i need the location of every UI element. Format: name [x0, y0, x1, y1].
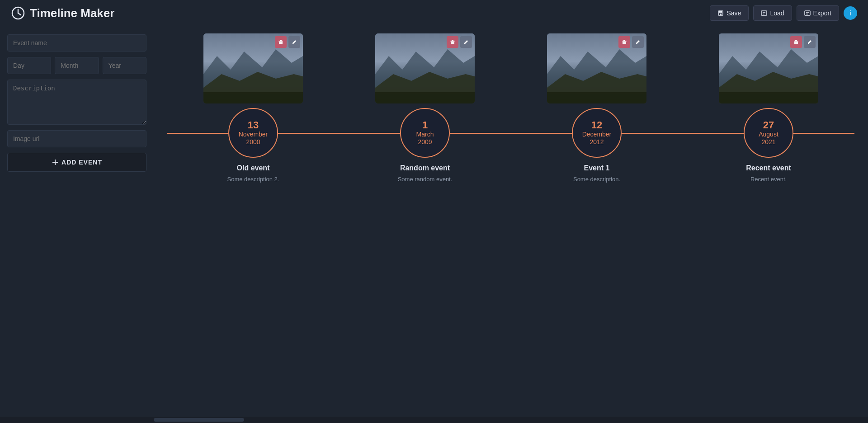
circle-year: 2012 [590, 138, 604, 146]
timeline-circle: 27 August 2021 [744, 108, 793, 158]
circle-month: August [759, 131, 778, 138]
svg-rect-38 [719, 92, 818, 103]
event-column: 13 November 2000 Old eventSome descripti… [167, 33, 339, 183]
delete-image-button[interactable] [790, 36, 802, 48]
event-form: ADD EVENT [0, 27, 154, 179]
event-description: Some random event. [398, 176, 453, 183]
load-button[interactable]: Load [753, 5, 792, 21]
app-title: Timeline Maker [11, 6, 710, 20]
save-button[interactable]: Save [710, 5, 749, 21]
svg-rect-5 [720, 14, 722, 15]
event-title: Old event [237, 164, 270, 172]
svg-rect-18 [278, 41, 283, 42]
edit-icon [807, 39, 812, 45]
svg-rect-27 [451, 42, 454, 44]
event-image-card [547, 33, 646, 103]
svg-rect-26 [452, 40, 453, 41]
events-container: 13 November 2000 Old eventSome descripti… [167, 33, 854, 192]
svg-rect-20 [279, 42, 283, 44]
edit-icon [292, 39, 297, 45]
event-title: Random event [400, 164, 450, 172]
svg-line-2 [18, 13, 21, 15]
event-image-card [375, 33, 475, 103]
edit-icon [463, 39, 469, 45]
event-name-input[interactable] [7, 34, 146, 52]
svg-rect-33 [623, 40, 625, 41]
edit-image-button[interactable] [460, 36, 472, 48]
svg-rect-24 [375, 92, 475, 103]
year-input[interactable] [103, 57, 146, 74]
circle-year: 2009 [418, 138, 432, 146]
event-description: Recent event. [750, 176, 787, 183]
date-row [7, 57, 146, 74]
circle-year: 2021 [761, 138, 775, 146]
svg-rect-41 [794, 42, 798, 44]
month-input[interactable] [55, 57, 99, 74]
svg-rect-6 [761, 11, 767, 15]
edit-icon [635, 39, 641, 45]
delete-image-button[interactable] [447, 36, 458, 48]
svg-rect-19 [280, 40, 282, 41]
trash-icon [622, 39, 627, 45]
svg-rect-9 [805, 11, 810, 15]
event-description: Some description 2. [227, 176, 279, 183]
event-column: 27 August 2021 Recent eventRecent event. [683, 33, 854, 183]
svg-rect-25 [450, 41, 455, 42]
export-icon [804, 10, 811, 16]
trash-icon [278, 39, 283, 45]
circle-month: December [582, 131, 612, 138]
trash-icon [793, 39, 799, 45]
svg-rect-40 [795, 40, 797, 41]
svg-rect-32 [622, 41, 627, 42]
header: Timeline Maker Save Load Export i [0, 0, 868, 26]
svg-rect-34 [623, 42, 626, 44]
edit-image-button[interactable] [804, 36, 816, 48]
export-button[interactable]: Export [797, 5, 839, 21]
image-actions [790, 36, 816, 48]
event-image-card [719, 33, 818, 103]
svg-rect-39 [794, 41, 798, 42]
circle-month: March [416, 131, 434, 138]
svg-rect-4 [719, 11, 722, 13]
image-actions [275, 36, 300, 48]
delete-image-button[interactable] [618, 36, 630, 48]
event-column: 1 March 2009 Random eventSome random eve… [339, 33, 511, 183]
event-image-card [203, 33, 303, 103]
timeline-circle: 13 November 2000 [228, 108, 278, 158]
add-icon [52, 159, 59, 166]
timeline-circle: 12 December 2012 [572, 108, 622, 158]
edit-image-button[interactable] [288, 36, 300, 48]
image-url-input[interactable] [7, 130, 146, 147]
event-title: Event 1 [584, 164, 610, 172]
event-column: 12 December 2012 Event 1Some description… [511, 33, 683, 183]
day-input[interactable] [7, 57, 51, 74]
info-button[interactable]: i [844, 6, 857, 20]
load-icon [761, 10, 767, 16]
circle-day: 27 [763, 120, 774, 131]
add-event-button[interactable]: ADD EVENT [7, 153, 146, 172]
circle-year: 2000 [246, 138, 260, 146]
delete-image-button[interactable] [275, 36, 287, 48]
event-description: Some description. [573, 176, 620, 183]
circle-month: November [239, 131, 268, 138]
scrollbar-thumb [154, 418, 244, 422]
scrollbar[interactable] [0, 417, 868, 423]
image-actions [618, 36, 644, 48]
trash-icon [450, 39, 455, 45]
description-input[interactable] [7, 80, 146, 125]
svg-rect-13 [52, 162, 58, 163]
event-title: Recent event [746, 164, 791, 172]
circle-day: 12 [591, 120, 602, 131]
clock-icon [11, 6, 25, 20]
svg-rect-31 [547, 92, 646, 103]
save-icon [717, 10, 724, 16]
edit-image-button[interactable] [632, 36, 644, 48]
timeline-area: 13 November 2000 Old eventSome descripti… [154, 26, 868, 192]
timeline-circle: 1 March 2009 [400, 108, 450, 158]
circle-day: 13 [248, 120, 259, 131]
header-buttons: Save Load Export i [710, 5, 857, 21]
svg-rect-17 [203, 92, 303, 103]
image-actions [447, 36, 472, 48]
circle-day: 1 [422, 120, 428, 131]
